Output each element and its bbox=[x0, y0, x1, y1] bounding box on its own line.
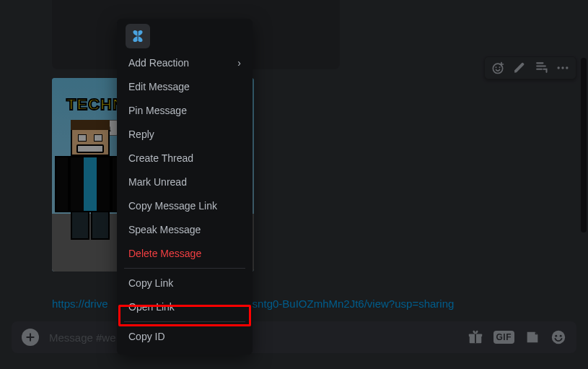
menu-label: Delete Message bbox=[128, 248, 201, 259]
chevron-right-icon: › bbox=[237, 57, 241, 69]
modal-overlay[interactable] bbox=[0, 0, 588, 369]
quick-reactions-row bbox=[123, 25, 247, 51]
menu-label: Open Link bbox=[128, 301, 175, 313]
quick-reaction-butterfly[interactable] bbox=[126, 24, 150, 48]
menu-create-thread[interactable]: Create Thread bbox=[123, 147, 247, 170]
menu-label: Copy ID bbox=[128, 331, 165, 342]
menu-separator bbox=[124, 321, 245, 322]
menu-label: Mark Unread bbox=[128, 176, 187, 188]
menu-delete-message[interactable]: Delete Message bbox=[123, 242, 247, 265]
menu-add-reaction[interactable]: Add Reaction › bbox=[123, 51, 247, 74]
menu-label: Copy Link bbox=[128, 277, 173, 289]
menu-edit-message[interactable]: Edit Message bbox=[123, 75, 247, 98]
menu-pin-message[interactable]: Pin Message bbox=[123, 99, 247, 122]
menu-label: Reply bbox=[128, 129, 154, 140]
menu-label: Speak Message bbox=[128, 224, 201, 235]
menu-copy-id[interactable]: Copy ID bbox=[123, 325, 247, 348]
menu-label: Copy Message Link bbox=[128, 200, 217, 212]
menu-separator bbox=[124, 268, 245, 269]
menu-label: Pin Message bbox=[128, 105, 187, 116]
menu-open-link[interactable]: Open Link bbox=[123, 295, 247, 318]
menu-copy-link[interactable]: Copy Link bbox=[123, 272, 247, 295]
svg-rect-12 bbox=[137, 32, 138, 40]
butterfly-icon bbox=[130, 28, 146, 44]
context-menu: Add Reaction › Edit Message Pin Message … bbox=[117, 19, 253, 355]
menu-speak-message[interactable]: Speak Message bbox=[123, 218, 247, 241]
menu-mark-unread[interactable]: Mark Unread bbox=[123, 170, 247, 194]
menu-reply[interactable]: Reply bbox=[123, 123, 247, 146]
menu-label: Edit Message bbox=[128, 81, 190, 92]
menu-copy-message-link[interactable]: Copy Message Link bbox=[123, 194, 247, 217]
menu-label: Create Thread bbox=[128, 152, 193, 164]
menu-label: Add Reaction bbox=[128, 57, 189, 69]
